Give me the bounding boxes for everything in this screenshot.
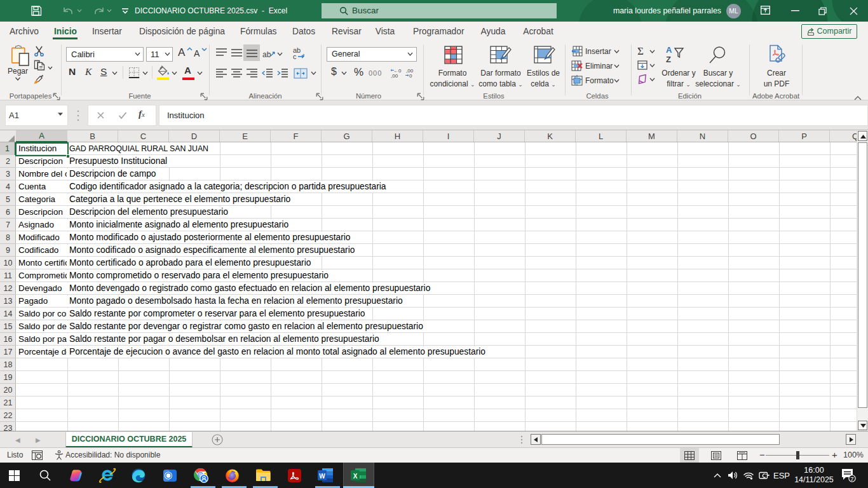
svg-text:ab: ab: [262, 50, 271, 59]
svg-text:c: c: [293, 53, 297, 60]
svg-text:Z: Z: [666, 55, 671, 64]
svg-text:,00: ,00: [391, 73, 398, 78]
svg-text:7: 7: [850, 475, 853, 482]
svg-text:X: X: [353, 473, 357, 480]
svg-text:A: A: [666, 46, 672, 55]
svg-text:W: W: [319, 473, 325, 480]
svg-text:0: 0: [409, 73, 412, 78]
